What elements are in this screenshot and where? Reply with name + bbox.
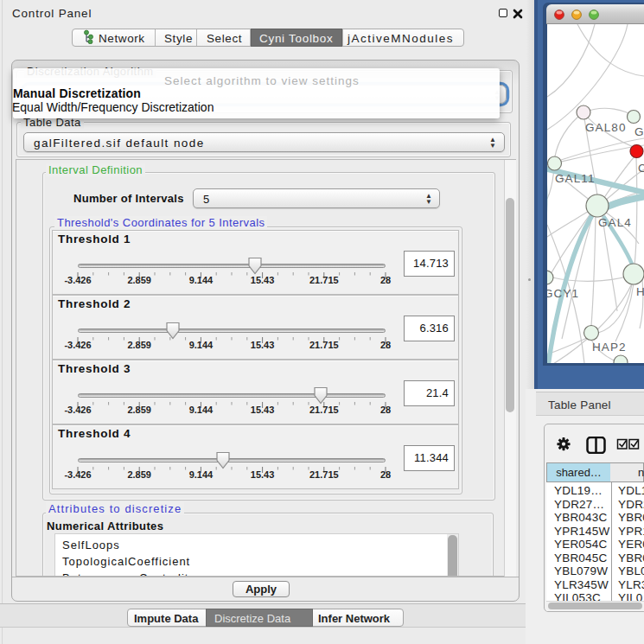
svg-text:GCY1: GCY1 [547, 287, 579, 300]
svg-text:HAP2: HAP2 [592, 341, 627, 354]
svg-text:GAL80: GAL80 [585, 121, 627, 134]
svg-text:G.: G. [634, 125, 644, 138]
svg-text:H: H [636, 285, 644, 298]
svg-text:GAL11: GAL11 [555, 172, 596, 185]
svg-text:C: C [638, 162, 644, 175]
svg-text:GAL4: GAL4 [598, 216, 632, 229]
